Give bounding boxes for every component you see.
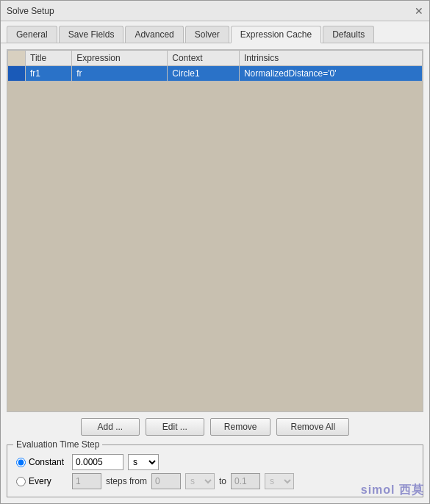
solve-setup-window: Solve Setup ✕ General Save Fields Advanc…	[0, 0, 430, 504]
constant-value-input[interactable]	[72, 454, 123, 470]
window-title: Solve Setup	[7, 6, 54, 16]
every-row: Every steps from s ms to s ms	[16, 473, 414, 489]
every-steps-input[interactable]	[72, 473, 101, 489]
constant-radio-label[interactable]: Constant	[16, 457, 68, 467]
tab-bar: General Save Fields Advanced Solver Expr…	[1, 21, 429, 43]
remove-button[interactable]: Remove	[210, 418, 271, 436]
tab-solver[interactable]: Solver	[185, 26, 229, 43]
cell-intrinsics: NormalizedDistance='0'	[239, 66, 422, 82]
constant-row: Constant s ms us ns	[16, 454, 414, 470]
row-num	[8, 66, 26, 82]
every-from-unit-select[interactable]: s ms	[185, 473, 215, 489]
edit-button[interactable]: Edit ...	[146, 418, 204, 436]
col-intrinsics: Intrinsics	[239, 51, 422, 66]
tab-save-fields[interactable]: Save Fields	[59, 26, 124, 43]
add-button[interactable]: Add ...	[81, 418, 140, 436]
every-radio[interactable]	[16, 477, 26, 486]
main-content: Title Expression Context Intrinsics fr1 …	[1, 43, 429, 503]
every-to-unit-select[interactable]: s ms	[265, 473, 294, 489]
cell-expression: fr	[72, 66, 168, 82]
steps-from-label: steps from	[106, 476, 147, 486]
constant-label: Constant	[29, 457, 64, 467]
cell-context: Circle1	[168, 66, 240, 82]
close-button[interactable]: ✕	[415, 6, 423, 16]
tab-general[interactable]: General	[7, 26, 57, 43]
tab-defaults[interactable]: Defaults	[323, 26, 374, 43]
evaluation-time-step-group: Evaluation Time Step Constant s ms us ns	[7, 444, 423, 497]
tab-expression-cache[interactable]: Expression Cache	[231, 26, 321, 43]
col-num	[8, 51, 26, 66]
every-label: Every	[29, 476, 51, 486]
col-title: Title	[26, 51, 72, 66]
constant-unit-select[interactable]: s ms us ns	[128, 454, 159, 470]
title-bar: Solve Setup ✕	[1, 1, 429, 21]
every-from-input[interactable]	[151, 473, 181, 489]
cell-title: fr1	[26, 66, 72, 82]
every-to-input[interactable]	[231, 473, 260, 489]
table-row[interactable]: fr1 fr Circle1 NormalizedDistance='0'	[8, 66, 423, 82]
expression-table-container: Title Expression Context Intrinsics fr1 …	[7, 49, 423, 412]
expression-table: Title Expression Context Intrinsics fr1 …	[7, 50, 423, 82]
to-label: to	[219, 476, 226, 486]
constant-radio[interactable]	[16, 458, 26, 467]
every-radio-label[interactable]: Every	[16, 476, 68, 486]
col-expression: Expression	[72, 51, 168, 66]
action-buttons: Add ... Edit ... Remove Remove All	[7, 418, 423, 436]
col-context: Context	[168, 51, 240, 66]
tab-advanced[interactable]: Advanced	[125, 26, 183, 43]
remove-all-button[interactable]: Remove All	[276, 418, 349, 436]
eval-group-label: Evaluation Time Step	[13, 439, 102, 450]
